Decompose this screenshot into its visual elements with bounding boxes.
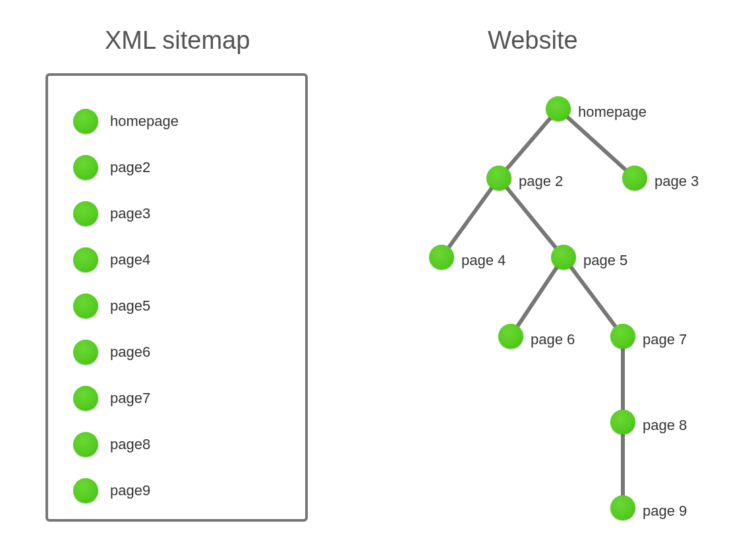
tree-node-label: page 6 [531, 331, 575, 348]
tree-node-page8 [610, 410, 635, 435]
list-item-label: page3 [110, 205, 150, 222]
tree-edge [499, 109, 558, 178]
tree-edge [511, 257, 564, 336]
website-tree: homepagepage 2page 3page 4page 5page 6pa… [379, 73, 745, 544]
sitemap-box: homepage page2 page3 page4 page5 page6 p… [45, 73, 308, 522]
tree-node-label: page 7 [643, 331, 687, 348]
tree-node-label: page 5 [583, 252, 627, 269]
list-item: page8 [73, 432, 150, 457]
tree-node-label: page 4 [461, 252, 506, 269]
list-item: page2 [73, 155, 150, 180]
list-item-label: page6 [110, 344, 150, 361]
list-item-label: page8 [110, 436, 150, 453]
title-website: Website [488, 26, 578, 55]
title-xml-sitemap: XML sitemap [105, 26, 250, 55]
tree-node-page7 [610, 324, 635, 349]
tree-node-page3 [622, 166, 647, 191]
list-item-label: page2 [110, 159, 150, 176]
list-item: page4 [73, 247, 150, 272]
dot-icon [73, 478, 98, 503]
list-item: page5 [73, 293, 150, 319]
dot-icon [73, 247, 98, 272]
tree-node-page6 [498, 324, 523, 349]
tree-node-label: page 8 [643, 417, 687, 434]
tree-node-page5 [551, 245, 576, 270]
tree-node-label: page 2 [519, 173, 563, 190]
tree-edge [442, 178, 499, 257]
tree-edge [499, 178, 564, 257]
dot-icon [73, 109, 98, 134]
list-item: page3 [73, 201, 150, 226]
tree-node-label: homepage [578, 104, 647, 121]
list-item: page7 [73, 386, 150, 411]
tree-edges-svg [379, 73, 745, 544]
list-item: homepage [73, 109, 179, 134]
dot-icon [73, 386, 98, 411]
list-item-label: page9 [110, 482, 150, 499]
list-item-label: homepage [110, 113, 179, 130]
tree-node-homepage [546, 96, 571, 121]
dot-icon [73, 340, 98, 365]
tree-node-label: page 3 [654, 173, 699, 190]
dot-icon [73, 293, 98, 319]
tree-node-page9 [610, 495, 635, 520]
dot-icon [73, 155, 98, 180]
list-item-label: page7 [110, 390, 150, 407]
list-item-label: page4 [110, 251, 150, 268]
list-item-label: page5 [110, 297, 150, 315]
dot-icon [73, 201, 98, 226]
list-item: page6 [73, 340, 150, 365]
tree-edge [564, 257, 623, 336]
tree-node-page4 [429, 245, 454, 270]
list-item: page9 [73, 478, 150, 503]
dot-icon [73, 432, 98, 457]
tree-node-page2 [486, 166, 511, 191]
tree-node-label: page 9 [643, 503, 687, 520]
